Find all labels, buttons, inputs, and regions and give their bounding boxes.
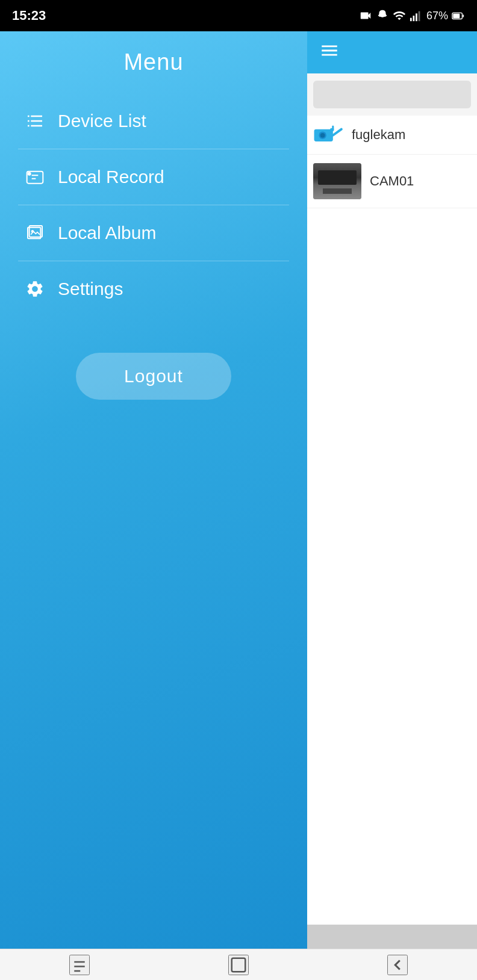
- header-menu-icon: [319, 40, 340, 65]
- recent-apps-button[interactable]: [69, 955, 90, 975]
- menu-item-local-album[interactable]: Local Album: [18, 205, 289, 261]
- svg-rect-20: [232, 958, 246, 972]
- home-button[interactable]: [228, 955, 249, 975]
- camera-icon-fuglekam: [313, 124, 343, 146]
- right-header: [307, 31, 477, 73]
- device-item-cam01[interactable]: CAM01: [307, 155, 477, 208]
- svg-point-11: [32, 231, 34, 232]
- menu-item-local-record[interactable]: Local Record: [18, 149, 289, 205]
- cam01-thumbnail: [313, 163, 361, 199]
- local-album-label: Local Album: [58, 223, 156, 243]
- svg-rect-3: [419, 11, 420, 21]
- settings-icon: [24, 278, 46, 300]
- main-layout: Menu Device List: [0, 31, 477, 949]
- back-button[interactable]: [387, 955, 408, 975]
- status-bar: 15:23 67%: [0, 0, 477, 31]
- sidebar: Menu Device List: [0, 31, 307, 949]
- svg-rect-16: [332, 125, 334, 130]
- svg-point-14: [320, 133, 325, 138]
- right-bottom-bar: [307, 925, 477, 949]
- status-time: 15:23: [12, 8, 46, 23]
- search-area: [307, 73, 477, 116]
- device-item-fuglekam[interactable]: fuglekam: [307, 116, 477, 155]
- settings-label: Settings: [58, 279, 123, 299]
- svg-rect-1: [413, 16, 414, 21]
- local-record-label: Local Record: [58, 167, 164, 187]
- album-icon: [24, 222, 46, 244]
- battery-icon: [452, 9, 465, 22]
- device-name-fuglekam: fuglekam: [352, 127, 405, 143]
- device-list-label: Device List: [58, 111, 146, 131]
- menu-item-device-list[interactable]: Device List: [18, 93, 289, 149]
- video-icon: [359, 9, 372, 22]
- svg-point-8: [28, 173, 31, 175]
- device-list-panel: fuglekam CAM01: [307, 116, 477, 925]
- svg-rect-6: [463, 14, 464, 17]
- svg-rect-0: [410, 18, 412, 21]
- wifi-icon: [393, 9, 406, 22]
- menu-title: Menu: [123, 49, 183, 75]
- status-icons: 67%: [359, 9, 465, 22]
- right-panel: fuglekam CAM01: [307, 31, 477, 949]
- signal-icon: [410, 9, 423, 22]
- bottom-nav: [0, 949, 477, 980]
- svg-rect-5: [453, 14, 460, 18]
- svg-rect-2: [416, 13, 417, 21]
- search-bar[interactable]: [313, 81, 471, 108]
- list-icon: [24, 110, 46, 132]
- menu-items: Device List Local Record: [0, 93, 307, 317]
- battery-percentage: 67%: [426, 10, 448, 22]
- thumbnail-image: [313, 163, 361, 199]
- snapchat-icon: [376, 9, 389, 22]
- device-name-cam01: CAM01: [370, 173, 414, 189]
- record-icon: [24, 166, 46, 188]
- logout-button[interactable]: Logout: [76, 353, 231, 400]
- menu-item-settings[interactable]: Settings: [18, 261, 289, 317]
